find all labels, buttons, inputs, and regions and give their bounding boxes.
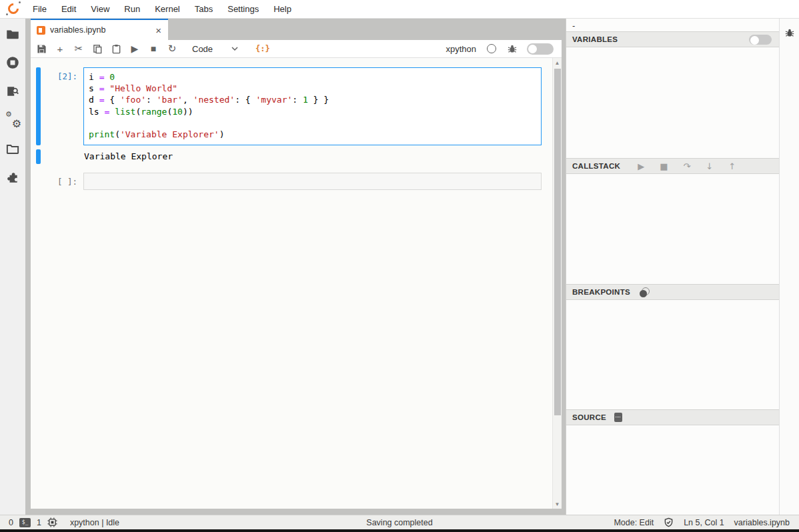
format-code-button[interactable]: {:} [255,44,270,53]
folder-outline-icon[interactable] [5,141,20,156]
menu-help[interactable]: Help [266,0,299,19]
callstack-body [566,174,779,284]
copy-cells-button[interactable] [88,41,107,57]
bug-icon[interactable] [507,43,518,54]
tab-variables-ipynb[interactable]: variables.ipynb × [31,19,168,40]
notebook-toolbar: + ✂ ▶ ■ ↻ Code [31,40,562,58]
scrollbar-thumb[interactable] [554,69,561,415]
paste-cells-button[interactable] [107,41,125,57]
debugger-panel: - VARIABLES CALLSTACK ▶ ■ ↷ ↓ ↑ BREAKP [566,19,779,515]
status-bar: Saving completed 0 $_ 1 xpython | Idle M… [0,515,799,529]
cell-type-dropdown[interactable]: Code [192,44,238,54]
remove-all-breakpoints-icon[interactable] [640,287,650,297]
variables-label: VARIABLES [572,35,618,43]
debug-step-in-icon[interactable]: ↓ [706,161,713,171]
kernel-status-icon [487,44,496,53]
tab-close-icon[interactable]: × [154,26,163,35]
scroll-up-icon[interactable]: ▲ [553,58,562,67]
file-browser-icon[interactable] [5,27,20,41]
menu-bar: File Edit View Run Kernel Tabs Settings … [0,0,799,19]
callstack-label: CALLSTACK [572,162,620,170]
breakpoints-body [566,300,779,409]
callstack-section-header[interactable]: CALLSTACK ▶ ■ ↷ ↓ ↑ [566,158,779,174]
notebook-scrollbar[interactable]: ▲ ▼ [552,58,562,509]
status-message: Saving completed [0,518,799,527]
empty-code-editor[interactable] [83,173,542,190]
variables-view-toggle[interactable] [749,35,772,45]
debugger-panel-title: - [566,19,779,31]
execution-prompt: [2]: [41,67,83,145]
empty-code-cell[interactable]: [ ]: [36,173,542,190]
run-cell-button[interactable]: ▶ [125,41,144,57]
source-section-header[interactable]: SOURCE [566,409,779,425]
debug-continue-icon[interactable]: ▶ [638,161,644,171]
main-dock: variables.ipynb × + ✂ [25,19,566,515]
code-cell[interactable]: [2]: i = 0s = "Hello World"d = { 'foo': … [36,67,542,145]
left-activity-bar: ⚙⚙ [0,19,25,515]
menu-settings[interactable]: Settings [220,0,266,19]
cut-cells-button[interactable]: ✂ [69,41,88,57]
notebook-file-icon [37,26,45,35]
kernel-name[interactable]: xpython [446,44,476,54]
restart-kernel-button[interactable]: ↻ [163,41,181,57]
execution-prompt: [ ]: [41,173,83,190]
gears-icon[interactable]: ⚙⚙ [5,113,20,127]
code-editor[interactable]: i = 0s = "Hello World"d = { 'foo': 'bar'… [83,67,542,145]
menu-kernel[interactable]: Kernel [147,0,187,19]
debug-step-out-icon[interactable]: ↑ [728,161,736,171]
add-cell-button[interactable]: + [51,41,69,57]
extension-manager-icon[interactable] [5,170,20,185]
output-prompt [41,149,83,164]
bottom-strip [0,529,799,532]
property-inspector-icon[interactable] [5,84,20,99]
menu-edit[interactable]: Edit [54,0,83,19]
scroll-down-icon[interactable]: ▼ [553,499,562,509]
source-body [566,425,779,515]
breakpoints-section-header[interactable]: BREAKPOINTS [566,284,779,300]
breakpoints-label: BREAKPOINTS [572,288,630,296]
debugger-tab-bug-icon[interactable] [784,27,795,40]
variables-section-header[interactable]: VARIABLES [566,31,779,47]
notebook-panel: + ✂ ▶ ■ ↻ Code [31,40,562,509]
chevron-down-icon [231,45,238,52]
tab-bar: variables.ipynb × [25,19,566,40]
source-label: SOURCE [572,413,606,421]
input-collapser [36,173,41,190]
autoscroll-toggle[interactable] [527,43,554,55]
tab-title: variables.ipynb [50,25,149,35]
stop-kernel-button[interactable]: ■ [144,41,163,57]
menu-run[interactable]: Run [117,0,147,19]
menu-view[interactable]: View [83,0,117,19]
cell-list: [2]: i = 0s = "Hello World"d = { 'foo': … [31,58,552,509]
running-kernels-icon[interactable] [5,55,20,70]
menu-tabs[interactable]: Tabs [187,0,220,19]
output-text: Variable Explorer [83,149,173,164]
output-area: Variable Explorer [36,149,542,164]
jupyterlab-app: File Edit View Run Kernel Tabs Settings … [0,0,799,532]
debug-step-over-icon[interactable]: ↷ [683,161,690,171]
menu-file[interactable]: File [25,0,54,19]
jupyter-logo-icon [3,1,25,18]
open-source-icon[interactable] [614,413,622,422]
right-activity-bar [779,19,799,515]
variables-body [566,47,779,158]
cell-type-value: Code [192,44,213,54]
save-button[interactable] [32,41,51,57]
output-collapser[interactable] [36,149,41,164]
input-collapser[interactable] [36,67,41,145]
debug-terminate-icon[interactable]: ■ [660,161,668,171]
